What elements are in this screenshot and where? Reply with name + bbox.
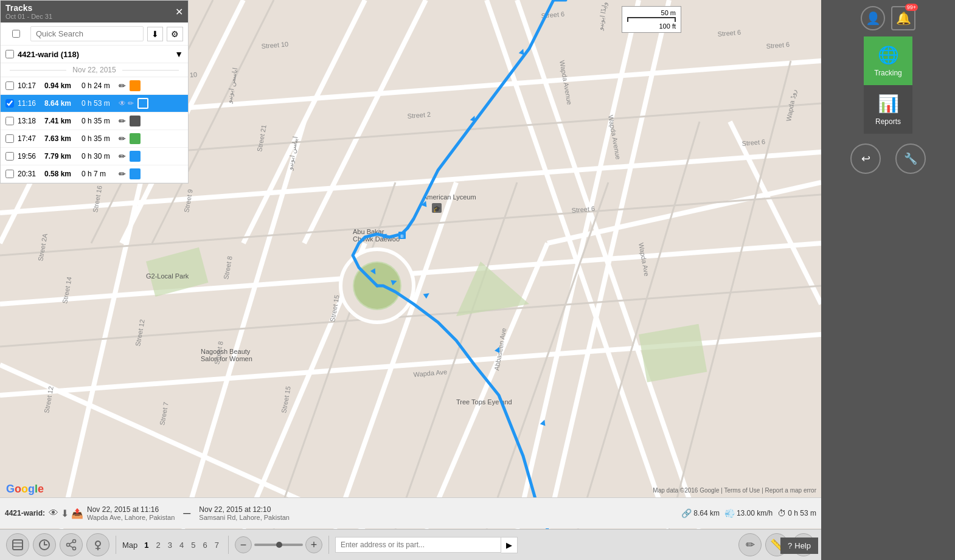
track-duration: 0 h 24 m xyxy=(82,81,115,90)
panel-header: Tracks Oct 01 - Dec 31 ✕ xyxy=(1,1,188,22)
zoom-slider[interactable] xyxy=(254,544,303,546)
duration-metric: ⏱ 0 h 53 m xyxy=(777,508,816,518)
svg-text:Salon for Women: Salon for Women xyxy=(201,355,252,362)
scale-bar: 50 m 100 ft xyxy=(622,6,681,33)
duration-value: 0 h 53 m xyxy=(788,509,816,517)
draw-button[interactable]: ✏ xyxy=(738,533,762,556)
svg-point-95 xyxy=(67,544,70,547)
track-color-indicator xyxy=(130,116,141,126)
track-row[interactable]: 19:567.79 km0 h 30 m✏ xyxy=(1,148,188,165)
track-row[interactable]: 20:310.58 km0 h 7 m✏ xyxy=(1,165,188,183)
track-row[interactable]: 17:477.63 km0 h 35 m✏ xyxy=(1,130,188,148)
track-edit-btn[interactable]: ✏ xyxy=(119,151,126,161)
help-button[interactable]: ? Help xyxy=(780,538,818,554)
track-distance: 0.94 km xyxy=(44,81,78,90)
share-button[interactable] xyxy=(60,533,83,556)
track-duration: 0 h 7 m xyxy=(82,170,115,178)
panel-date-range: Oct 01 - Dec 31 xyxy=(5,13,52,20)
download-button[interactable]: ⬇ xyxy=(147,27,163,41)
track-duration: 0 h 30 m xyxy=(82,152,115,161)
status-metrics: 🔗 8.64 km 💨 13.00 km/h ⏱ 0 h 53 m xyxy=(681,508,816,518)
track-edit-btn[interactable]: ✏ xyxy=(119,116,126,126)
date-separator: Nov 22, 2015 xyxy=(1,63,188,77)
track-time: 13:18 xyxy=(18,117,41,125)
svg-text:G2-Local Park: G2-Local Park xyxy=(146,272,189,280)
user-button[interactable]: 👤 xyxy=(861,6,885,30)
replay-button[interactable]: ↩ xyxy=(850,143,881,174)
map-page-3[interactable]: 3 xyxy=(165,539,175,551)
track-eye-icon[interactable]: 👁 xyxy=(119,99,126,108)
extra-buttons: ↩ 🔧 xyxy=(846,139,931,179)
panel-title: Tracks xyxy=(5,3,52,13)
svg-text:🎓: 🎓 xyxy=(433,205,441,213)
track-edit-icon[interactable]: ✏ xyxy=(128,99,134,108)
track-edit-btn[interactable]: ✏ xyxy=(119,134,126,143)
zoom-in-button[interactable]: + xyxy=(305,536,322,553)
svg-text:American Lyceum: American Lyceum xyxy=(423,193,476,201)
track-row[interactable]: 10:170.94 km0 h 24 m✏ xyxy=(1,77,188,95)
share-icon[interactable]: 📤 xyxy=(71,508,83,519)
panel-close-button[interactable]: ✕ xyxy=(175,6,183,18)
device-row: 4421-warid (118) ▼ xyxy=(1,46,188,63)
track-distance: 0.58 km xyxy=(44,170,78,178)
notifications-button[interactable]: 🔔 99+ xyxy=(891,6,915,30)
track-checkbox[interactable] xyxy=(5,134,14,143)
track-distance: 7.41 km xyxy=(44,117,78,125)
map-page-buttons: 1 2 3 4 5 6 7 xyxy=(141,539,222,551)
end-info: Nov 22, 2015 at 12:10 Samsani Rd, Lahore… xyxy=(199,505,290,521)
settings-button[interactable]: 🔧 xyxy=(895,143,926,174)
select-all-checkbox[interactable] xyxy=(5,30,27,38)
reports-button[interactable]: 📊 Reports xyxy=(864,85,912,134)
filter-button[interactable]: ⚙ xyxy=(167,27,183,41)
track-checkbox[interactable] xyxy=(5,117,14,125)
map-attribution: Map data ©2016 Google | Terms of Use | R… xyxy=(653,487,816,494)
tracking-button[interactable]: 🌐 Tracking xyxy=(864,36,912,85)
search-input[interactable] xyxy=(30,26,144,41)
separator-3 xyxy=(328,536,329,554)
track-row[interactable]: 13:187.41 km0 h 35 m✏ xyxy=(1,112,188,130)
status-bar: 4421-warid: 👁 ⬇ 📤 Nov 22, 2015 at 11:16 … xyxy=(0,497,821,528)
end-time: Nov 22, 2015 at 12:10 xyxy=(199,505,290,514)
svg-line-97 xyxy=(69,542,72,544)
track-checkbox[interactable] xyxy=(5,170,14,178)
track-distance: 7.63 km xyxy=(44,134,78,143)
history-button[interactable] xyxy=(33,533,56,556)
download-icon[interactable]: ⬇ xyxy=(61,508,69,519)
zoom-out-button[interactable]: − xyxy=(235,536,252,553)
tracks-panel: Tracks Oct 01 - Dec 31 ✕ ⬇ ⚙ 4421-warid … xyxy=(0,0,189,184)
device-checkbox[interactable] xyxy=(5,50,14,58)
eye-icon[interactable]: 👁 xyxy=(49,508,58,519)
speed-icon: 💨 xyxy=(724,508,735,518)
track-time: 20:31 xyxy=(18,170,41,178)
terms-link[interactable]: Terms of Use xyxy=(724,487,760,494)
track-edit-btn[interactable]: ✏ xyxy=(119,81,126,91)
track-checkbox[interactable] xyxy=(5,81,14,90)
address-search-button[interactable]: ▶ xyxy=(501,537,518,553)
device-name: 4421-warid (118) xyxy=(18,50,171,59)
track-checkbox[interactable] xyxy=(5,152,14,161)
start-time: Nov 22, 2015 at 11:16 xyxy=(87,505,175,514)
track-time: 11:16 xyxy=(18,99,41,108)
svg-text:Nagoosh Beauty: Nagoosh Beauty xyxy=(201,348,251,355)
track-row[interactable]: 11:168.64 km0 h 53 m👁✏ xyxy=(1,95,188,112)
map-page-6[interactable]: 6 xyxy=(200,539,210,551)
track-checkbox[interactable] xyxy=(5,99,14,108)
device-scroll-btn[interactable]: ▼ xyxy=(175,49,183,59)
location-button[interactable] xyxy=(86,533,109,556)
right-sidebar: 👤 🔔 99+ 🌐 Tracking 📊 Reports ↩ 🔧 xyxy=(821,0,955,560)
map-page-7[interactable]: 7 xyxy=(212,539,222,551)
track-time: 17:47 xyxy=(18,134,41,143)
status-dash: — xyxy=(183,509,190,517)
map-page-2[interactable]: 2 xyxy=(153,539,164,551)
svg-rect-90 xyxy=(13,540,23,550)
map-page-5[interactable]: 5 xyxy=(188,539,198,551)
tracks-list: 10:170.94 km0 h 24 m✏11:168.64 km0 h 53 … xyxy=(1,77,188,183)
layers-button[interactable] xyxy=(6,533,29,556)
track-color-indicator xyxy=(130,80,141,91)
track-edit-btn[interactable]: ✏ xyxy=(119,169,126,179)
report-link[interactable]: Report a map error xyxy=(765,487,816,494)
address-input[interactable] xyxy=(335,537,501,553)
map-page-4[interactable]: 4 xyxy=(176,539,187,551)
speed-metric: 💨 13.00 km/h xyxy=(724,508,773,518)
map-page-1[interactable]: 1 xyxy=(141,539,151,551)
